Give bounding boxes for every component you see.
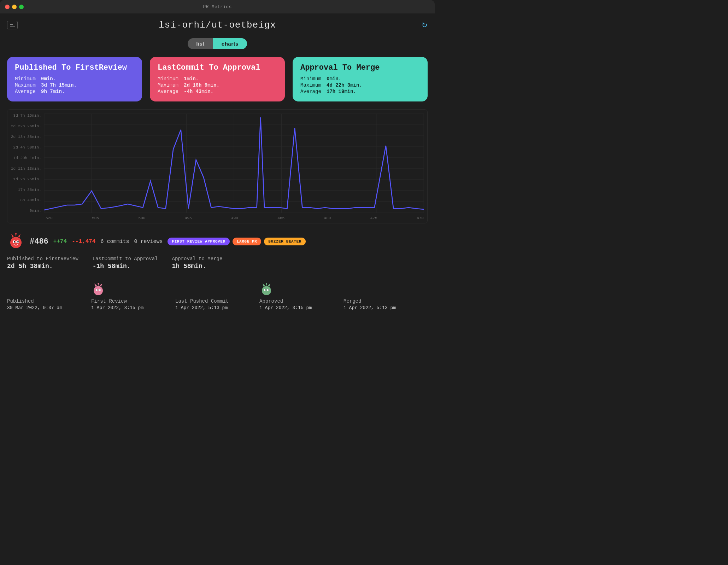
stats-cards: Published To FirstReview Minimum 0min. M…	[7, 57, 428, 101]
x-axis-label: 495	[185, 216, 192, 220]
timeline-avatar-first-review	[91, 282, 175, 296]
x-axis-label: 485	[277, 216, 284, 220]
card-published-to-first-review: Published To FirstReview Minimum 0min. M…	[7, 57, 142, 101]
svg-marker-29	[98, 283, 99, 286]
reviewer-avatar	[91, 282, 105, 296]
timeline-date-published: 30 Mar 2022, 9:37 am	[7, 305, 91, 310]
repo-title: lsi-orhi/ut-oetbeigx	[159, 20, 276, 30]
stat-label: Average	[158, 89, 179, 94]
y-axis-label: 0min.	[30, 209, 41, 213]
svg-point-41	[265, 290, 266, 291]
pr-header: #486 ++74 --1,474 6 commits 0 reviews FI…	[7, 233, 428, 250]
tabs: list charts	[7, 38, 428, 49]
timeline-label-last-pushed-commit: Last Pushed Commit	[175, 298, 259, 304]
x-axis-label: 475	[370, 216, 377, 220]
divider	[7, 277, 428, 277]
y-axis-label: 2d 13h 38min.	[11, 135, 41, 139]
chart-container: 3d 7h 15min.2d 22h 26min.2d 13h 38min.2d…	[11, 114, 424, 215]
timeline-label-merged: Merged	[344, 298, 428, 304]
timeline-date-merged: 1 Apr 2022, 5:13 pm	[344, 305, 428, 310]
timing-published-to-first-review: Published to FirstReview 2d 5h 38min.	[7, 256, 78, 270]
pr-badges: FIRST REVIEW APPROVED LARGE PR BUZZER BE…	[168, 238, 305, 245]
y-axis-label: 2d 22h 26min.	[11, 124, 41, 128]
badge-large-pr: LARGE PR	[233, 238, 262, 245]
svg-marker-21	[15, 233, 17, 237]
timeline-merged: Merged 1 Apr 2022, 5:13 pm	[344, 282, 428, 310]
card-title-approval: Approval To Merge	[300, 63, 420, 72]
window-title: PR Metrics	[203, 4, 231, 10]
svg-point-26	[17, 241, 19, 243]
y-axis-label: 1d 11h 13min.	[11, 167, 41, 171]
svg-point-42	[268, 290, 269, 291]
timeline-date-approved: 1 Apr 2022, 3:15 pm	[259, 305, 344, 310]
timeline-label-published: Published	[7, 298, 91, 304]
tab-charts[interactable]: charts	[213, 38, 247, 49]
stat-value: 1min.	[184, 76, 199, 82]
titlebar: PR Metrics	[0, 0, 435, 13]
svg-point-19	[10, 237, 22, 248]
svg-point-33	[97, 290, 98, 291]
x-axis-label: 490	[231, 216, 238, 220]
pr-additions: ++74	[53, 238, 67, 245]
x-axis-label: 505	[92, 216, 99, 220]
sidebar-icon	[10, 24, 15, 27]
refresh-button[interactable]: ↻	[422, 21, 428, 29]
svg-point-27	[94, 286, 103, 295]
y-axis-label: 17h 36min.	[18, 188, 41, 192]
stat-value: 0min.	[327, 76, 341, 82]
stat-label: Maximum	[15, 82, 36, 88]
chart-inner	[44, 114, 424, 215]
badge-buzzer-beater: BUZZER BEATER	[264, 238, 306, 245]
card-title-published: Published To FirstReview	[15, 63, 134, 72]
timing-label: Published to FirstReview	[7, 256, 78, 262]
chart-area: 3d 7h 15min.2d 22h 26min.2d 13h 38min.2d…	[7, 109, 428, 223]
y-axis-label: 2d 4h 50min.	[13, 146, 41, 150]
timing-label: LastCommit to Approval	[93, 256, 158, 262]
sidebar-toggle-button[interactable]	[7, 21, 18, 29]
svg-marker-30	[100, 284, 102, 287]
timeline-date-last-pushed-commit: 1 Apr 2022, 5:13 pm	[175, 305, 259, 310]
svg-marker-22	[18, 234, 20, 238]
close-button[interactable]	[5, 5, 10, 9]
pr-deletions: --1,474	[72, 238, 95, 245]
stat-value: -4h 43min.	[184, 89, 213, 94]
x-axis-label: 470	[417, 216, 424, 220]
card-last-commit-to-approval: LastCommit To Approval Minimum 1min. Max…	[150, 57, 285, 101]
pr-detail-section: #486 ++74 --1,474 6 commits 0 reviews FI…	[7, 230, 428, 313]
stat-value: 9h 7min.	[41, 89, 65, 94]
avatar	[7, 233, 25, 250]
timing-value: -1h 58min.	[93, 263, 158, 270]
svg-marker-20	[11, 234, 14, 238]
traffic-lights	[5, 5, 24, 9]
timeline-avatar-approved	[259, 282, 344, 296]
tab-list[interactable]: list	[188, 38, 213, 49]
timing-value: 1h 58min.	[172, 263, 222, 270]
minimize-button[interactable]	[12, 5, 17, 9]
stat-minimum-lastcommit: Minimum 1min.	[158, 76, 277, 82]
stat-average-published: Average 9h 7min.	[15, 89, 134, 94]
timeline-approved: Approved 1 Apr 2022, 3:15 pm	[259, 282, 344, 310]
x-axis-label: 520	[46, 216, 53, 220]
timing-label: Approval to Merge	[172, 256, 222, 262]
timeline-label-first-review: First Review	[91, 298, 175, 304]
stat-maximum-published: Maximum 3d 7h 15min.	[15, 82, 134, 88]
stat-label: Maximum	[300, 82, 322, 88]
maximize-button[interactable]	[19, 5, 24, 9]
pr-timeline: Published 30 Mar 2022, 9:37 am	[7, 282, 428, 310]
stat-label: Average	[300, 89, 322, 94]
timeline-published: Published 30 Mar 2022, 9:37 am	[7, 282, 91, 310]
approver-avatar	[259, 282, 274, 296]
stat-label: Minimum	[300, 76, 322, 82]
svg-marker-36	[263, 284, 265, 287]
svg-point-25	[14, 241, 15, 243]
stat-value: 3d 7h 15min.	[41, 82, 77, 88]
badge-first-review-approved: FIRST REVIEW APPROVED	[168, 238, 229, 245]
timeline-last-pushed-commit: Last Pushed Commit 1 Apr 2022, 5:13 pm	[175, 282, 259, 310]
svg-point-35	[262, 286, 271, 295]
card-title-lastcommit: LastCommit To Approval	[158, 63, 277, 72]
stat-label: Minimum	[158, 76, 179, 82]
stat-label: Average	[15, 89, 36, 94]
timeline-label-approved: Approved	[259, 298, 344, 304]
timing-last-commit-to-approval: LastCommit to Approval -1h 58min.	[93, 256, 158, 270]
svg-marker-37	[266, 283, 267, 286]
